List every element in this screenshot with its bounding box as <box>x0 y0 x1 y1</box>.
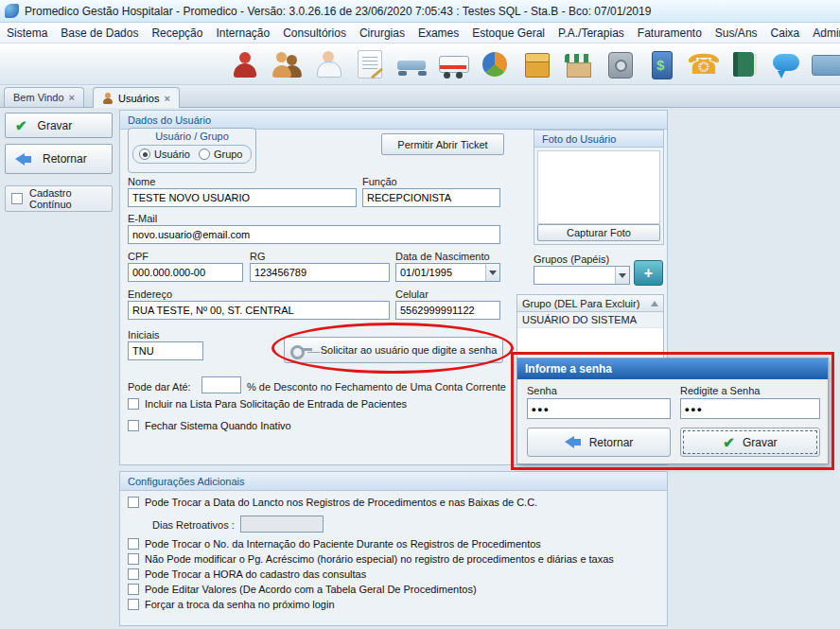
permitir-abrir-ticket-button[interactable]: Permitir Abrir Ticket <box>381 133 504 155</box>
patient-icon[interactable] <box>229 48 261 80</box>
celular-input[interactable] <box>395 301 500 320</box>
pode-dar-ate-label: Pode dar Até: <box>128 381 191 393</box>
menu-item-cirurgias[interactable]: Cirurgias <box>353 24 411 43</box>
reception-icon[interactable] <box>271 48 303 80</box>
menu-item-base-de-dados[interactable]: Base de Dados <box>54 24 145 43</box>
stock-icon[interactable] <box>520 48 552 80</box>
tab-bem-vindo-label: Bem Vindo <box>13 92 64 103</box>
checkbox-label: Pode Editar Valores (De Acordo com a Tab… <box>145 584 477 595</box>
key-icon <box>290 344 313 357</box>
checkbox-incluir-lista[interactable]: Incluir na Lista Para Solicitação de Ent… <box>128 398 407 410</box>
list-item[interactable]: USUÁRIO DO SISTEMA <box>517 312 663 328</box>
menu-item-caixa[interactable]: Caixa <box>764 24 807 43</box>
iniciais-input[interactable] <box>128 341 203 360</box>
radio-checked-icon <box>139 149 150 160</box>
senha-label: Senha <box>527 385 557 396</box>
nascimento-combo[interactable] <box>395 263 500 282</box>
menu-item-faturamento[interactable]: Faturamento <box>631 24 709 43</box>
cpf-label: CPF <box>128 251 149 262</box>
menu-item-estoque-geral[interactable]: Estoque Geral <box>465 24 551 43</box>
doctor-icon[interactable] <box>312 48 344 80</box>
app-window: Promedico Gestão Hospitalar - Promedico … <box>0 0 840 629</box>
dialog-retornar-label: Retornar <box>589 436 634 449</box>
email-input[interactable] <box>128 225 500 244</box>
ambulance-icon[interactable] <box>437 48 469 80</box>
phone-icon[interactable] <box>687 48 719 80</box>
menu-bar: Sistema Base de Dados Recepção Internaçã… <box>0 23 840 44</box>
checkbox-icon <box>128 497 139 508</box>
grupos-combo[interactable] <box>534 266 630 285</box>
cadastro-continuo-label: Cadastro Contínuo <box>29 187 112 210</box>
chat-icon[interactable] <box>770 48 802 80</box>
menu-item-administracao[interactable]: Administra <box>806 24 840 43</box>
add-group-button[interactable]: + <box>634 260 663 286</box>
tab-close-icon[interactable]: × <box>164 93 169 104</box>
checkbox-label: Não Pode modificar o Pg. Acréscimo (horá… <box>145 553 614 565</box>
statistics-icon[interactable] <box>479 48 511 80</box>
retornar-button[interactable]: Retornar <box>5 144 113 174</box>
dias-retroativos-label: Dias Retroativos : <box>152 519 235 531</box>
rg-input[interactable] <box>250 263 390 282</box>
radio-usuario-label: Usuário <box>154 149 190 160</box>
window-title: Promedico Gestão Hospitalar - Promedico … <box>25 5 651 18</box>
market-icon[interactable] <box>562 48 594 80</box>
menu-item-sus-ans[interactable]: Sus/Ans <box>709 24 764 43</box>
tab-bem-vindo[interactable]: Bem Vindo × <box>4 87 84 107</box>
book-icon[interactable] <box>728 48 761 80</box>
toolbar <box>0 44 840 85</box>
grupo-list-header[interactable]: Grupo (DEL Para Excluir) <box>517 295 663 312</box>
funcao-input[interactable] <box>362 188 500 207</box>
dialog-gravar-button[interactable]: Gravar <box>680 428 820 457</box>
solicitar-senha-button[interactable]: Solicitar ao usuário que digite a senha <box>284 337 503 363</box>
redigite-senha-input[interactable] <box>680 398 820 419</box>
gravar-button[interactable]: Gravar <box>5 113 113 138</box>
desconto-input[interactable] <box>201 376 241 393</box>
tab-close-icon[interactable]: × <box>69 92 75 103</box>
photo-area <box>537 150 660 224</box>
menu-item-recepcao[interactable]: Recepção <box>145 24 209 43</box>
billing-calculator-icon[interactable] <box>645 48 677 80</box>
checkbox-trocar-data-lancto[interactable]: Pode Trocar a Data do Lancto nos Registr… <box>128 497 537 508</box>
checkbox-editar-valores[interactable]: Pode Editar Valores (De Acordo com a Tab… <box>128 584 477 595</box>
senha-input[interactable] <box>527 398 671 419</box>
card-icon[interactable] <box>812 48 840 80</box>
celular-label: Celular <box>395 288 429 300</box>
cpf-input[interactable] <box>128 263 243 282</box>
dias-retroativos-input[interactable] <box>240 515 324 533</box>
hospital-bed-icon[interactable] <box>395 48 428 80</box>
chevron-down-icon[interactable] <box>485 264 499 281</box>
menu-item-consultorios[interactable]: Consultórios <box>276 24 353 43</box>
dialog-retornar-button[interactable]: Retornar <box>527 428 671 457</box>
checkbox-fechar-sistema[interactable]: Fechar Sistema Quando Inativo <box>128 420 291 431</box>
tab-usuarios-label: Usuários <box>118 93 159 104</box>
checkbox-incluir-lista-label: Incluir na Lista Para Solicitação de Ent… <box>145 398 407 410</box>
cadastro-continuo-toggle[interactable]: Cadastro Contínuo <box>5 185 113 212</box>
menu-item-sistema[interactable]: Sistema <box>0 24 54 43</box>
nome-input[interactable] <box>128 188 357 207</box>
safe-icon[interactable] <box>604 48 636 80</box>
checkbox-trocar-no-internacao[interactable]: Pode Trocar o No. da Internação do Pacie… <box>128 538 541 550</box>
capturar-foto-label: Capturar Foto <box>567 227 631 238</box>
radio-grupo[interactable]: Grupo <box>199 149 243 160</box>
iniciais-label: Iniciais <box>128 329 160 341</box>
endereco-input[interactable] <box>128 301 390 320</box>
dialog-title: Informe a senha <box>517 358 828 379</box>
prescription-icon[interactable] <box>358 50 382 79</box>
radio-usuario[interactable]: Usuário <box>139 149 190 160</box>
checkbox-forcar-troca-senha[interactable]: Forçar a troca da senha no próximo login <box>128 599 335 610</box>
menu-item-internacao[interactable]: Internação <box>209 24 276 43</box>
tab-usuarios[interactable]: Usuários × <box>93 87 180 108</box>
checkbox-label: Pode Trocar a HORA do cadastro das consu… <box>145 568 366 580</box>
capturar-foto-button[interactable]: Capturar Foto <box>537 224 660 241</box>
chevron-down-icon[interactable] <box>615 267 629 284</box>
checkbox-trocar-hora-consultas[interactable]: Pode Trocar a HORA do cadastro das consu… <box>128 568 366 580</box>
sort-asc-icon <box>651 301 658 306</box>
radio-unchecked-icon <box>199 149 210 160</box>
menu-item-pa-terapias[interactable]: P.A./Terapias <box>551 24 631 43</box>
checkbox-nao-modificar-acrescimo[interactable]: Não Pode modificar o Pg. Acréscimo (horá… <box>128 553 614 565</box>
menu-item-exames[interactable]: Exames <box>411 24 465 43</box>
grupo-list-header-label: Grupo (DEL Para Excluir) <box>522 298 639 309</box>
endereco-label: Endereço <box>128 288 172 300</box>
user-group-box: Usuário / Grupo Usuário Grupo <box>128 128 256 173</box>
checkbox-icon <box>128 599 139 610</box>
